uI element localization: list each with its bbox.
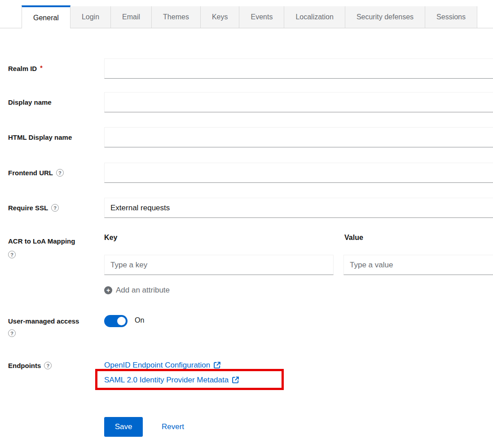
saml-identity-provider-metadata-link[interactable]: SAML 2.0 Identity Provider Metadata [104, 373, 239, 387]
tab-label: General [33, 14, 59, 22]
help-icon[interactable]: ? [51, 204, 59, 212]
html-display-name-input[interactable] [104, 127, 493, 147]
frontend-url-input[interactable] [104, 163, 493, 183]
add-attribute-button[interactable]: + Add an attribute [104, 286, 170, 295]
tab-bar: General Login Email Themes Keys Events L… [0, 5, 493, 28]
frontend-url-label-text: Frontend URL [8, 169, 53, 177]
html-display-name-label-text: HTML Display name [8, 133, 72, 141]
user-managed-access-toggle[interactable] [104, 315, 128, 327]
tab-label: Keys [212, 13, 228, 21]
help-icon[interactable]: ? [8, 329, 16, 337]
realm-id-label: Realm ID * [8, 58, 100, 79]
tab-security-defenses[interactable]: Security defenses [345, 6, 425, 28]
help-icon[interactable]: ? [56, 169, 64, 177]
acr-mapping-label: ACR to LoA Mapping [8, 237, 75, 245]
tab-label: Localization [295, 13, 334, 21]
require-ssl-label: Require SSL ? [8, 198, 100, 218]
endpoints-label-text: Endpoints [8, 362, 41, 369]
display-name-label-text: Display name [8, 98, 52, 106]
tab-localization[interactable]: Localization [284, 6, 345, 28]
toggle-state-label: On [135, 316, 144, 324]
save-button[interactable]: Save [104, 417, 143, 437]
tab-email[interactable]: Email [111, 6, 152, 28]
tab-themes[interactable]: Themes [152, 6, 201, 28]
link-text: SAML 2.0 Identity Provider Metadata [104, 376, 229, 385]
link-text: OpenID Endpoint Configuration [104, 361, 210, 370]
openid-endpoint-configuration-link[interactable]: OpenID Endpoint Configuration [104, 358, 239, 373]
tab-label: Themes [163, 13, 189, 21]
tab-general[interactable]: General [22, 5, 70, 28]
tab-sessions[interactable]: Sessions [425, 6, 477, 28]
acr-key-header: Key [104, 234, 117, 242]
html-display-name-label: HTML Display name [8, 127, 100, 147]
tab-label: Security defenses [357, 13, 414, 21]
tab-label: Email [122, 13, 140, 21]
required-indicator: * [40, 64, 42, 71]
revert-link[interactable]: Revert [162, 422, 184, 431]
endpoints-label: Endpoints ? [8, 362, 52, 369]
user-managed-access-label-text: User-managed access [8, 317, 79, 325]
tab-label: Login [82, 13, 99, 21]
add-attribute-label: Add an attribute [116, 286, 170, 295]
acr-key-input[interactable] [104, 255, 334, 275]
tab-keys[interactable]: Keys [201, 6, 240, 28]
realm-id-input[interactable] [104, 58, 493, 79]
require-ssl-label-text: Require SSL [8, 204, 48, 212]
help-icon[interactable]: ? [8, 251, 16, 258]
require-ssl-select[interactable]: External requests [104, 198, 493, 218]
require-ssl-selected-value: External requests [110, 204, 170, 213]
help-icon[interactable]: ? [44, 362, 52, 369]
tab-label: Sessions [436, 13, 466, 21]
tab-label: Events [251, 13, 273, 21]
external-link-icon [232, 376, 239, 384]
realm-id-label-text: Realm ID [8, 65, 37, 72]
toggle-knob [117, 317, 126, 325]
plus-circle-icon: + [104, 286, 112, 294]
realm-settings-page: General Login Email Themes Keys Events L… [0, 0, 493, 448]
display-name-input[interactable] [104, 92, 493, 112]
external-link-icon [213, 361, 221, 369]
acr-mapping-label-text: ACR to LoA Mapping [8, 237, 75, 245]
tab-login[interactable]: Login [70, 6, 111, 28]
display-name-label: Display name [8, 92, 100, 112]
acr-value-input[interactable] [343, 255, 493, 275]
tab-events[interactable]: Events [239, 6, 284, 28]
acr-value-header: Value [344, 234, 363, 242]
user-managed-access-label: User-managed access [8, 317, 79, 325]
frontend-url-label: Frontend URL ? [8, 163, 100, 183]
endpoint-links: OpenID Endpoint Configuration SAML 2.0 I… [104, 358, 239, 387]
